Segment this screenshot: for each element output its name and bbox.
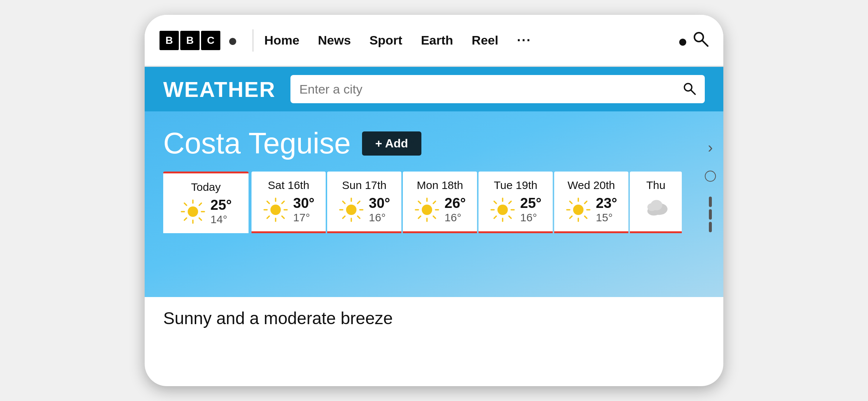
mon-high: 26° — [444, 195, 466, 211]
mon-temps: 26° 16° — [444, 195, 466, 224]
thu-label: Thu — [646, 179, 665, 192]
bbc-b2: B — [180, 31, 200, 50]
search-icon[interactable]: ● — [678, 30, 708, 50]
wed-temps: 23° 15° — [596, 195, 617, 224]
tue-temps: 25° 16° — [520, 195, 541, 224]
svg-point-49 — [573, 205, 583, 215]
mon-label: Mon 18th — [417, 179, 463, 192]
svg-line-10 — [199, 218, 201, 220]
svg-point-0 — [694, 33, 703, 42]
svg-line-56 — [585, 201, 587, 203]
forecast-sat: Sat 16th 30° 17° — [251, 172, 326, 233]
bbc-b1: B — [160, 31, 179, 50]
svg-point-13 — [270, 205, 281, 215]
sun-temps: 30° 16° — [369, 195, 390, 224]
mon-sun-icon — [414, 197, 440, 223]
svg-line-9 — [184, 203, 187, 205]
city-row: Costa Teguise + Add — [163, 126, 705, 160]
svg-line-3 — [691, 90, 695, 94]
today-sun-icon — [180, 199, 206, 225]
wed-label: Wed 20th — [568, 179, 615, 192]
city-search-input[interactable] — [299, 82, 677, 97]
weather-description: Sunny and a moderate breeze — [145, 297, 723, 339]
sun-icon-row: 30° 16° — [338, 195, 390, 224]
forecast-tue: Tue 19th 25° 16° — [479, 172, 553, 233]
svg-line-20 — [282, 201, 284, 203]
svg-line-36 — [418, 201, 421, 203]
svg-line-46 — [509, 216, 511, 218]
right-edge-controls: › — [705, 139, 716, 232]
sun-label: Sun 17th — [342, 179, 387, 192]
weather-title: WEATHER — [163, 77, 276, 102]
sat-label: Sat 16th — [268, 179, 309, 192]
forecast-thu: Thu — [630, 172, 682, 233]
forecast-sun: Sun 17th 30° 16° — [327, 172, 401, 233]
nav-news[interactable]: News — [318, 33, 351, 48]
sun-sun-icon — [338, 197, 364, 223]
nav-earth[interactable]: Earth — [421, 33, 453, 48]
bbc-c: C — [201, 31, 220, 50]
city-search-box[interactable] — [290, 75, 705, 103]
wed-high: 23° — [596, 195, 617, 211]
svg-line-39 — [418, 216, 421, 218]
svg-line-47 — [509, 201, 511, 203]
nav-links: Home News Sport Earth Reel ··· — [264, 33, 678, 48]
svg-point-4 — [188, 206, 198, 217]
svg-line-29 — [358, 201, 360, 203]
svg-line-54 — [570, 201, 572, 203]
svg-line-30 — [343, 216, 345, 218]
tue-icon-row: 25° 16° — [490, 195, 541, 224]
wed-sun-icon — [565, 197, 591, 223]
sat-temps: 30° 17° — [293, 195, 314, 224]
add-button[interactable]: + Add — [362, 131, 422, 156]
svg-line-21 — [267, 216, 269, 218]
sun-low: 16° — [369, 211, 390, 224]
svg-line-27 — [343, 201, 345, 203]
svg-point-31 — [422, 205, 432, 215]
nav-home[interactable]: Home — [264, 33, 299, 48]
today-temps: 25° 14° — [210, 197, 231, 226]
svg-line-1 — [703, 41, 708, 46]
today-high: 25° — [210, 197, 231, 213]
svg-line-45 — [494, 201, 496, 203]
mon-low: 16° — [444, 211, 466, 224]
svg-line-12 — [184, 218, 187, 220]
wed-icon-row: 23° 15° — [565, 195, 617, 224]
nav-more[interactable]: ··· — [517, 33, 531, 48]
top-nav: B B C ● Home News Sport Earth Reel ··· ● — [145, 15, 723, 67]
weather-search-icon[interactable] — [683, 82, 696, 97]
circle-indicator — [705, 171, 716, 182]
user-icon[interactable]: ● — [228, 31, 238, 50]
nav-reel[interactable]: Reel — [472, 33, 499, 48]
weather-main: Costa Teguise + Add Today — [145, 111, 723, 297]
svg-line-19 — [282, 216, 284, 218]
scroll-indicator — [709, 197, 712, 232]
svg-point-61 — [647, 203, 657, 211]
sat-low: 17° — [293, 211, 314, 224]
mon-icon-row: 26° 16° — [414, 195, 466, 224]
svg-line-11 — [199, 203, 201, 205]
sun-high: 30° — [369, 195, 390, 211]
svg-line-55 — [585, 216, 587, 218]
nav-divider — [253, 29, 253, 52]
tue-low: 16° — [520, 211, 541, 224]
city-name: Costa Teguise — [163, 126, 351, 160]
svg-line-48 — [494, 216, 496, 218]
forecast-wed: Wed 20th 23° 15° — [554, 172, 628, 233]
weather-header: WEATHER — [145, 67, 723, 111]
nav-sport[interactable]: Sport — [369, 33, 402, 48]
svg-line-38 — [433, 201, 435, 203]
thu-icon-row — [643, 195, 669, 218]
svg-line-18 — [267, 201, 269, 203]
today-low: 14° — [210, 213, 231, 226]
description-text: Sunny and a moderate breeze — [163, 309, 393, 328]
svg-line-57 — [570, 216, 572, 218]
bbc-logo[interactable]: B B C — [160, 31, 220, 50]
phone-container: B B C ● Home News Sport Earth Reel ··· ●… — [145, 15, 723, 386]
forecast-mon: Mon 18th 26° 16° — [403, 172, 477, 233]
tue-label: Tue 19th — [494, 179, 537, 192]
chevron-right-icon[interactable]: › — [708, 139, 713, 156]
svg-line-28 — [358, 216, 360, 218]
wed-low: 15° — [596, 211, 617, 224]
today-icon-row: 25° 14° — [180, 197, 231, 226]
